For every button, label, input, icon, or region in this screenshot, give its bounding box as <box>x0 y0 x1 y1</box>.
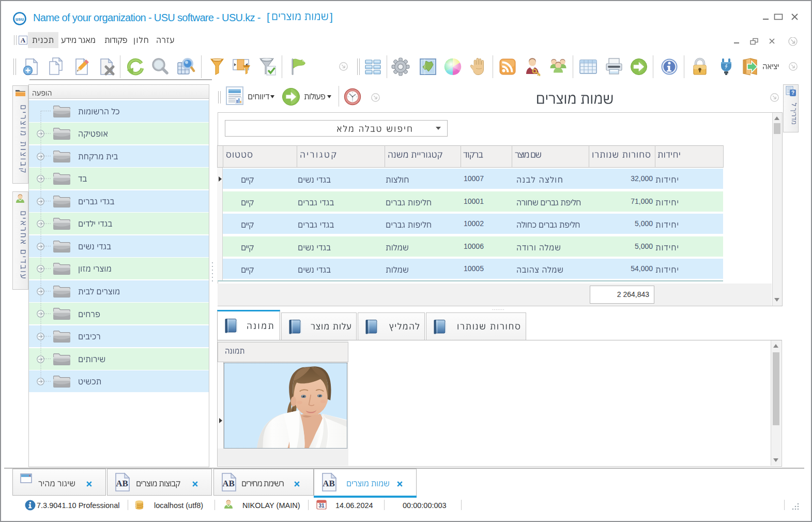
svg-text:?: ? <box>791 90 794 96</box>
svg-text:AB: AB <box>323 479 335 488</box>
svg-text:AB: AB <box>116 479 128 488</box>
svg-text:usu: usu <box>16 17 24 22</box>
svg-text:31: 31 <box>318 503 325 509</box>
svg-text:AB: AB <box>222 479 235 488</box>
svg-text:A: A <box>21 36 26 44</box>
